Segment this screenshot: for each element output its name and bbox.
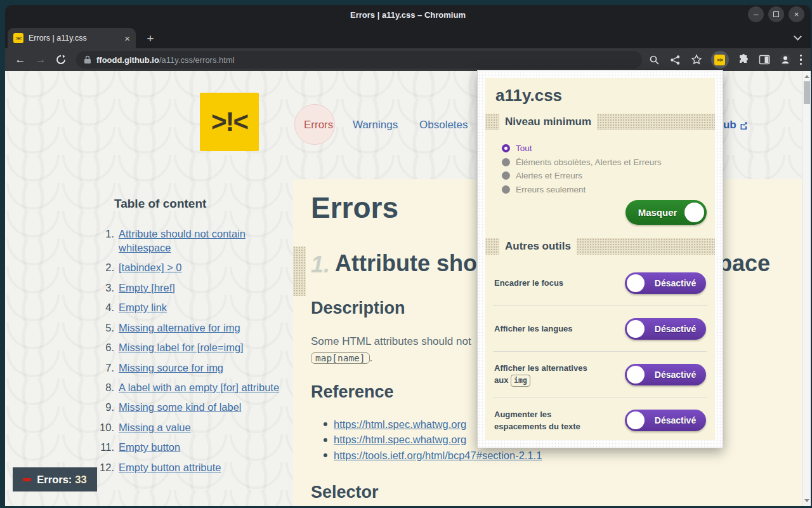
- toc-item: 10.Missing a value: [94, 421, 287, 435]
- toggle-knob-icon: [627, 411, 645, 429]
- url-host: ffoodd.github.io: [96, 55, 159, 65]
- radio-option-alertes-erreurs[interactable]: Alertes et Erreurs: [502, 169, 662, 183]
- code-chip: map[name]: [311, 352, 370, 364]
- level-radio-group: Tout Éléments obsolètes, Alertes et Erre…: [502, 142, 662, 196]
- close-icon[interactable]: ×: [789, 6, 804, 22]
- tab-label: Errors | a11y.css: [29, 34, 119, 43]
- extensions-puzzle-icon[interactable]: [737, 53, 750, 66]
- alternatives-toggle[interactable]: Désactivé: [625, 364, 706, 385]
- toc-link[interactable]: A label with an empty [for] attribute: [119, 381, 279, 395]
- side-panel-icon[interactable]: [758, 53, 771, 66]
- toc-link[interactable]: Missing alternative for img: [119, 321, 240, 335]
- forward-button[interactable]: →: [32, 51, 49, 69]
- tool-label: Afficher les alternatives aux img: [494, 362, 603, 387]
- toc-link[interactable]: Attribute should not contain whitespace: [119, 227, 287, 255]
- back-button[interactable]: ←: [11, 51, 29, 69]
- toc-item: 8.A label with an empty [for] attribute: [94, 381, 287, 395]
- new-tab-button[interactable]: +: [143, 31, 158, 46]
- popup-section-level: Niveau minimum: [485, 114, 715, 130]
- minimize-icon[interactable]: –: [748, 6, 764, 22]
- tab-close-icon[interactable]: ×: [124, 34, 130, 43]
- toc-item: 3.Empty [href]: [94, 281, 287, 295]
- a11y-extension-button[interactable]: >!<: [711, 51, 729, 69]
- toggle-state: Désactivé: [645, 415, 706, 425]
- table-of-content: Table of content 1.Attribute should not …: [94, 197, 287, 481]
- bookmark-star-icon[interactable]: [690, 53, 703, 66]
- radio-icon: [502, 185, 510, 194]
- tool-label: Augmenter les espacements du texte: [494, 408, 603, 433]
- toc-list: 1.Attribute should not contain whitespac…: [94, 227, 287, 475]
- toc-item: 4.Empty link: [94, 301, 287, 315]
- espacements-toggle[interactable]: Désactivé: [625, 410, 706, 431]
- reload-button[interactable]: [52, 51, 70, 69]
- focus-toggle[interactable]: Désactivé: [625, 272, 706, 294]
- toc-item: 7.Missing source for img: [94, 361, 287, 375]
- maximize-icon[interactable]: [768, 6, 784, 22]
- description-text: Some HTML attributes should not: [311, 334, 471, 349]
- toc-link[interactable]: [tabindex] > 0: [119, 261, 182, 275]
- masquer-toggle[interactable]: Masquer: [625, 200, 707, 225]
- section-heading-band: [293, 246, 306, 296]
- toc-link[interactable]: Empty [href]: [119, 281, 175, 295]
- external-link-icon: [740, 121, 748, 130]
- reload-icon: [56, 55, 66, 65]
- tool-label: Afficher les langues: [494, 323, 603, 335]
- reference-item: https://tools.ietf.org/html/bcp47#sectio…: [324, 448, 542, 464]
- scrollbar-thumb[interactable]: [804, 81, 810, 104]
- popup-title: a11y.css: [495, 86, 562, 105]
- share-icon[interactable]: [669, 53, 682, 66]
- page-scrollbar[interactable]: [802, 71, 811, 506]
- radio-selected-icon: [502, 144, 510, 152]
- toc-link[interactable]: Empty button attribute: [119, 461, 221, 475]
- nav-link-errors[interactable]: Errors: [304, 117, 333, 133]
- reference-heading: Reference: [311, 382, 394, 402]
- toc-item: 9.Missing some kind of label: [94, 401, 287, 415]
- tool-row-langues: Afficher les langues Désactivé: [493, 306, 707, 352]
- menu-kebab-icon[interactable]: [800, 55, 802, 65]
- description-heading: Description: [311, 298, 405, 318]
- window-title: Errors | a11y.css – Chromium: [350, 10, 466, 20]
- popup-section-tools-label: Autres outils: [499, 238, 577, 255]
- langues-toggle[interactable]: Désactivé: [625, 318, 706, 340]
- profile-avatar-icon[interactable]: [779, 53, 792, 66]
- radio-icon: [502, 171, 510, 180]
- toc-link[interactable]: Empty link: [119, 301, 167, 315]
- popup-body: a11y.css Niveau minimum Tout Éléments ob…: [485, 78, 715, 440]
- reference-link[interactable]: https://html.spec.whatwg.org: [334, 434, 466, 446]
- address-bar[interactable]: ffoodd.github.io/a11y.css/errors.html: [76, 51, 642, 69]
- toc-link[interactable]: Empty button: [119, 441, 180, 455]
- toc-item: 12.Empty button attribute: [94, 461, 287, 475]
- scroll-up-icon[interactable]: [804, 75, 809, 78]
- nav-link-obsoletes[interactable]: Obsoletes: [419, 117, 468, 133]
- popup-section-level-label: Niveau minimum: [499, 114, 597, 130]
- tool-label: Encadrer le focus: [494, 277, 603, 290]
- badge-count: 33: [75, 474, 86, 486]
- tab-errors-a11y[interactable]: >!< Errors | a11y.css ×: [8, 28, 136, 48]
- radio-option-erreurs-seulement[interactable]: Erreurs seulement: [502, 183, 662, 197]
- toc-item: 2.[tabindex] > 0: [94, 261, 287, 275]
- toc-link[interactable]: Missing label for [role=img]: [119, 341, 244, 355]
- a11y-extension-icon: >!<: [714, 55, 725, 65]
- tab-search-chevron-icon[interactable]: [794, 32, 802, 41]
- nav-link-warnings[interactable]: Warnings: [353, 117, 398, 133]
- popup-section-tools: Autres outils: [485, 238, 715, 255]
- title-bar: Errors | a11y.css – Chromium – ×: [5, 5, 811, 24]
- toc-item: 6.Missing label for [role=img]: [94, 341, 287, 355]
- toggle-knob-icon: [627, 274, 645, 292]
- reference-link[interactable]: https://html.spec.whatwg.org: [334, 418, 466, 431]
- selector-heading: Selector: [311, 483, 379, 502]
- toggle-state: Désactivé: [645, 370, 706, 380]
- scroll-down-icon[interactable]: [804, 499, 809, 502]
- error-dash-icon: [23, 478, 31, 481]
- toolbar-icons: >!<: [648, 51, 805, 69]
- toc-link[interactable]: Missing a value: [119, 421, 191, 435]
- radio-option-tout[interactable]: Tout: [502, 142, 662, 156]
- search-icon[interactable]: [648, 53, 661, 66]
- reference-link[interactable]: https://tools.ietf.org/html/bcp47#sectio…: [334, 450, 542, 462]
- toc-link[interactable]: Missing source for img: [119, 361, 223, 375]
- toc-title: Table of content: [114, 197, 287, 211]
- tool-row-espacements: Augmenter les espacements du texte Désac…: [493, 398, 707, 440]
- toc-item: 11.Empty button: [94, 441, 287, 455]
- radio-option-obsoletes-alertes-erreurs[interactable]: Éléments obsolètes, Alertes et Erreurs: [502, 156, 662, 170]
- toc-link[interactable]: Missing some kind of label: [119, 401, 242, 415]
